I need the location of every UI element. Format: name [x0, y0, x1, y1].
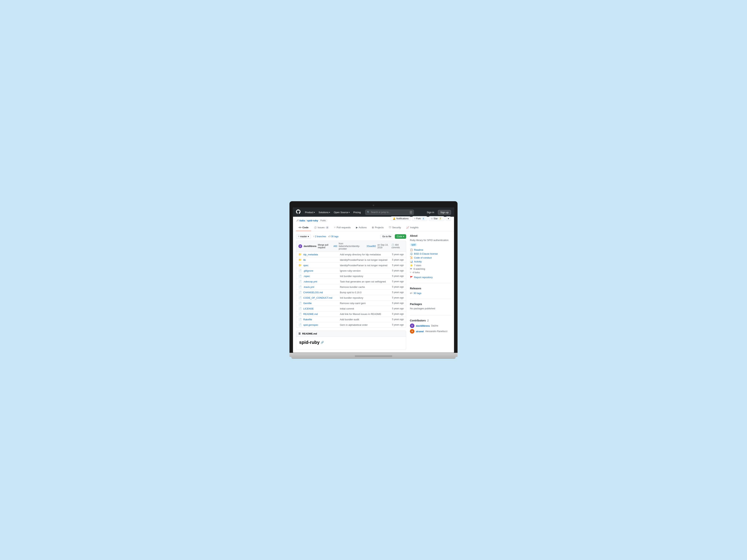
coc-link[interactable]: 📜 Code of conduct [410, 256, 451, 260]
nav-open-source[interactable]: Open Source [332, 210, 351, 214]
tab-actions[interactable]: ▶ Actions [353, 224, 369, 231]
releases-link[interactable]: 30 tags [413, 292, 421, 295]
file-time: 5 years ago [392, 253, 404, 256]
file-name[interactable]: idp_metadata [303, 253, 337, 256]
tab-code[interactable]: <> Code [296, 224, 311, 231]
license-link[interactable]: ⚖️ BSD-3-Clause license [410, 252, 451, 256]
coc-link-icon: 📜 [410, 256, 413, 259]
table-row[interactable]: 📁specIdentityProviderParser is not longe… [296, 263, 406, 268]
commit-pr-link[interactable]: #63 [334, 245, 337, 247]
clock-icon: 🕐 [391, 244, 394, 246]
branches-label: branches [317, 235, 326, 238]
repo-name-link[interactable]: spid-ruby [307, 219, 318, 222]
license-link-icon: ⚖️ [410, 252, 413, 255]
code-tab-icon: <> [299, 226, 302, 229]
file-name[interactable]: .rubocop.yml [303, 280, 337, 283]
file-name[interactable]: lib [303, 259, 337, 261]
packages-section: Packages No packages published [410, 302, 451, 315]
file-name[interactable]: CHANGELOG.md [303, 291, 337, 294]
branch-name: master [300, 235, 307, 238]
contributors-count: 2 [427, 319, 429, 322]
github-logo-icon[interactable] [296, 209, 301, 215]
file-name[interactable]: Rakefile [303, 318, 337, 321]
owner-link[interactable]: italia [299, 219, 305, 222]
table-row[interactable]: 📁libIdentityProviderParser is not longer… [296, 257, 406, 263]
file-name[interactable]: LICENSE [303, 307, 337, 310]
file-name[interactable]: .gitignore [303, 269, 337, 272]
table-row[interactable]: 📄RakefileAdd bundler-audit5 years ago [296, 317, 406, 322]
file-time: 5 years ago [392, 291, 404, 294]
file-commit-message: Remove bundler cache [337, 286, 392, 288]
star-count: 7 [438, 217, 442, 220]
file-name[interactable]: .travis.yml [303, 286, 337, 288]
nav-product[interactable]: Product [304, 210, 316, 214]
activity-link[interactable]: 📊 Activity [410, 260, 451, 264]
table-row[interactable]: 📄.gitignoreignore ruby-version5 years ag… [296, 268, 406, 273]
readme-link[interactable]: 📋 Readme [410, 248, 451, 252]
tab-pull-requests[interactable]: ⑂ Pull requests [332, 224, 353, 231]
nav-solutions[interactable]: Solutions [317, 210, 332, 214]
branches-link[interactable]: 2 branches [315, 235, 326, 238]
file-name[interactable]: .rspec [303, 275, 337, 277]
nav-pricing[interactable]: Pricing [352, 210, 362, 214]
file-time: 5 years ago [392, 318, 404, 321]
tab-insights[interactable]: 📈 Insights [404, 224, 421, 231]
repo-header-actions: 🔔 Notifications ⑂ Fork 4 ☆ Star 7 [391, 216, 451, 221]
contributor-1[interactable]: D davidlibrera Dalzhe [410, 323, 451, 328]
table-row[interactable]: 📄README.mdAdd link for filtered issues i… [296, 311, 406, 317]
table-row[interactable]: 📄LICENSEInitial commit5 years ago [296, 306, 406, 311]
code-dropdown-button[interactable]: Code ▾ [395, 234, 406, 239]
tab-issues[interactable]: ⚪ Issues 4 [311, 224, 332, 231]
tab-security[interactable]: 🛡 Security [386, 224, 404, 231]
search-bar[interactable]: 🔍 Search or jump to... / [365, 210, 414, 215]
packages-title: Packages [410, 302, 451, 305]
toolbar-right: Go to file Code ▾ [380, 234, 406, 239]
table-row[interactable]: 📄.rspecInit bundler repository5 years ag… [296, 273, 406, 279]
table-row[interactable]: 📁idp_metadataAdd empty directory for idp… [296, 252, 406, 257]
releases-title: Releases [410, 287, 451, 290]
laptop: Product Solutions Open Source Pricing 🔍 … [289, 201, 458, 359]
file-icon: 📄 [299, 269, 302, 272]
file-name[interactable]: README.md [303, 313, 337, 316]
tab-actions-label: Actions [359, 226, 367, 229]
activity-link-icon: 📊 [410, 260, 413, 263]
tags-link[interactable]: 30 tags [331, 235, 338, 238]
table-row[interactable]: 📄GemfileRemove ruby-saml gem5 years ago [296, 300, 406, 306]
file-name[interactable]: Gemfile [303, 302, 337, 304]
report-repo-link[interactable]: 🚩 Report repository [410, 275, 451, 279]
file-commit-message: IdentityProviderParser is not longer req… [337, 259, 392, 261]
insights-tab-icon: 📈 [406, 226, 409, 229]
readme-filename: README.md [302, 332, 317, 335]
issues-count-badge: 4 [326, 226, 329, 229]
commit-hash[interactable]: 33aad82 [367, 245, 376, 247]
file-name[interactable]: CODE_OF_CONDUCT.md [303, 296, 337, 299]
contributor-2[interactable]: A alranel Alessandro Ranellucci [410, 329, 451, 334]
folder-icon: 📁 [299, 258, 302, 261]
file-name[interactable]: spid.gemspec [303, 323, 337, 326]
repo-body: ⑂ master ▾ ⑂ 2 branches [293, 231, 454, 353]
commit-from: from italia/refactor/identity-provider [339, 242, 365, 250]
file-commit-message: Add empty directory for idp metadatas [337, 253, 392, 256]
table-row[interactable]: 📄CHANGELOG.mdBump spid to 0.19.05 years … [296, 290, 406, 295]
topic-tag[interactable]: spid [410, 243, 417, 246]
go-to-file-button[interactable]: Go to file [380, 234, 393, 239]
sign-up-button[interactable]: Sign up [438, 210, 451, 215]
star-button[interactable]: ☆ Star 7 [429, 216, 444, 221]
table-row[interactable]: 📄.travis.ymlRemove bundler cache5 years … [296, 284, 406, 290]
commit-author-name[interactable]: davidlibrera [304, 245, 316, 247]
security-tab-icon: 🛡 [389, 226, 391, 229]
more-button[interactable]: ▾ [446, 216, 451, 221]
notifications-button[interactable]: 🔔 Notifications [391, 216, 410, 221]
tab-projects[interactable]: ⊞ Projects [369, 224, 386, 231]
branch-selector[interactable]: ⑂ master ▾ [296, 234, 311, 239]
table-row[interactable]: 📄spid.gemspecGem in alphabetical order5 … [296, 322, 406, 327]
pr-tab-icon: ⑂ [334, 226, 336, 229]
fork-button[interactable]: ⑂ Fork 4 [412, 216, 427, 221]
fork-label: Fork [416, 217, 421, 220]
table-row[interactable]: 📄.rubocop.ymlTask that generates an open… [296, 279, 406, 284]
sign-in-button[interactable]: Sign in [425, 210, 436, 214]
tab-code-label: Code [302, 226, 309, 229]
file-time: 5 years ago [392, 269, 404, 272]
file-name[interactable]: spec [303, 264, 337, 267]
table-row[interactable]: 📄CODE_OF_CONDUCT.mdInit bundler reposito… [296, 295, 406, 300]
